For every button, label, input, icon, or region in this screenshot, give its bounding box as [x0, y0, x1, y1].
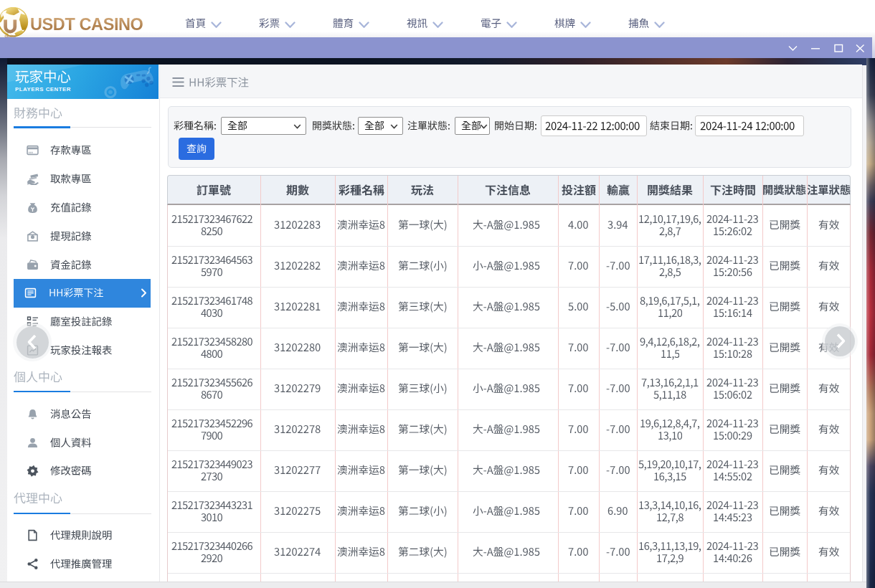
svg-text:casino: casino — [5, 34, 16, 37]
